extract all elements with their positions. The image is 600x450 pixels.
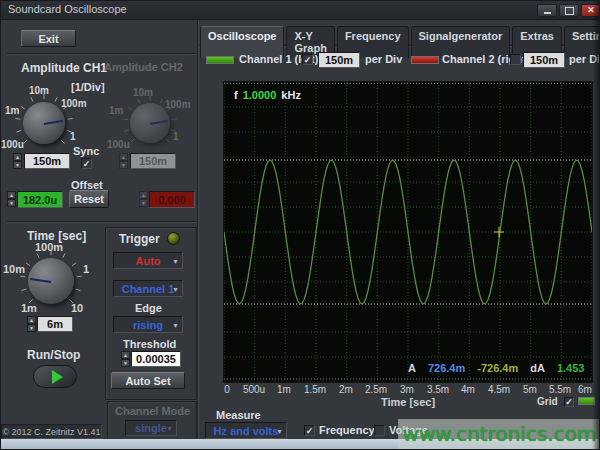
channel-2-div-value: 150m	[530, 54, 558, 66]
amplitude-max-value: 726.4m	[428, 362, 465, 374]
trigger-source-dropdown[interactable]: Channel 1 ▼	[113, 280, 183, 297]
check-icon: ✓	[306, 426, 314, 436]
amplitude-ch2-knob[interactable]	[130, 103, 170, 143]
per-div-label-1: per Div	[365, 53, 402, 65]
knob-pointer-icon	[44, 120, 63, 125]
watermark-text: www.cntronics.com	[403, 422, 597, 446]
x-tick-label: 4m	[461, 384, 475, 395]
dial-tick-label: 1	[70, 131, 76, 142]
dial-tick-label: 1m	[21, 302, 37, 314]
amplitude-ch1-value-field[interactable]: 150m	[24, 153, 70, 169]
x-tick-label: 5m	[523, 384, 537, 395]
auto-set-label: Auto Set	[125, 375, 170, 387]
grid-label: Grid	[537, 396, 558, 407]
exit-button[interactable]: Exit	[21, 30, 76, 47]
watermark-overlay: www.cntronics.com	[398, 419, 600, 449]
dial-tick-label: 1m	[109, 105, 123, 116]
threshold-label: Threshold	[123, 338, 176, 350]
dial-tick-label: 1m	[5, 105, 19, 116]
exit-button-label: Exit	[38, 33, 58, 45]
offset-reset-button[interactable]: Reset	[69, 190, 109, 208]
threshold-field[interactable]: 0.00035	[131, 351, 181, 367]
copyright-text: © 2012 C. Zeitnitz V1.41	[1, 424, 102, 439]
trigger-title: Trigger	[119, 232, 160, 246]
dial-tick-label: 10m	[29, 85, 49, 96]
play-icon	[52, 370, 63, 384]
dial-tick-label: 100m	[165, 99, 191, 110]
channel-1-div-checkbox[interactable]: ✓	[302, 54, 313, 65]
x-tick-label: 3.5m	[427, 384, 449, 395]
channel-1-div-field[interactable]: 150m	[318, 52, 360, 68]
offset-ch1-field[interactable]: 182.0u	[17, 191, 63, 208]
per-div-unit-label: [1/Div]	[71, 81, 105, 93]
offset-ch2-value: 0.000	[158, 194, 186, 206]
dial-tick-label: 100u	[1, 139, 24, 150]
time-spinner[interactable]: ▲▼	[27, 316, 36, 332]
dial-tick-label: 100m	[35, 241, 63, 253]
auto-set-button[interactable]: Auto Set	[111, 372, 185, 389]
freq-prefix: f	[234, 89, 238, 101]
dial-tick-label: 10m	[133, 87, 153, 98]
amplitude-ch2-spinner[interactable]: ▲▼	[119, 153, 128, 169]
x-tick-label: 5.5m	[549, 384, 571, 395]
measure-unit-dropdown[interactable]: Hz and volts ▼	[205, 422, 287, 439]
amplitude-ch1-knob[interactable]	[23, 102, 65, 144]
minimize-icon	[544, 12, 551, 14]
amplitude-ch1-spinner[interactable]: ▲▼	[13, 153, 22, 169]
measure-title: Measure	[216, 409, 261, 421]
frequency-readout: f 1.0000 kHz	[234, 89, 301, 101]
minimize-button[interactable]	[537, 4, 557, 17]
channel-mode-dropdown[interactable]: single ▼	[125, 420, 177, 436]
x-tick-label: 2.5m	[365, 384, 387, 395]
x-tick-label: 1m	[277, 384, 291, 395]
offset-ch2-spinner[interactable]: ▲▼	[139, 191, 148, 207]
grid-checkbox[interactable]: ✓	[564, 397, 574, 407]
sync-checkbox[interactable]: ✓	[81, 158, 92, 169]
dial-tick-label: 1	[83, 263, 89, 275]
reset-button-label: Reset	[74, 193, 104, 205]
trigger-edge-dropdown[interactable]: rising ▼	[113, 316, 183, 333]
dial-tick-label: 100u	[107, 139, 130, 150]
threshold-spinner[interactable]: ▲▼	[121, 351, 130, 367]
offset-ch2-field[interactable]: 0.000	[149, 191, 195, 208]
check-icon: ✓	[83, 159, 91, 169]
amplitude-ch2-value-field[interactable]: 150m	[130, 153, 176, 169]
amplitude-ch2-value: 150m	[139, 155, 167, 167]
offset-ch1-value: 182.0u	[23, 194, 57, 206]
x-tick-label: 0	[224, 384, 230, 395]
amplitude-ch1-value: 150m	[33, 155, 61, 167]
amplitude-min-value: -726.4m	[477, 362, 518, 374]
delta-amplitude-value: 1.453	[557, 362, 585, 374]
threshold-value: 0.00035	[136, 353, 176, 365]
title-bar[interactable]: Soundcard Oscilloscope ✕	[1, 1, 600, 20]
trigger-led-indicator	[167, 232, 180, 245]
scope-grid-and-trace	[224, 82, 592, 382]
dial-tick-label: 1	[173, 131, 179, 142]
chevron-down-icon: ▼	[166, 425, 173, 432]
frequency-checkbox[interactable]: ✓	[304, 425, 315, 436]
run-stop-toggle[interactable]	[33, 365, 77, 388]
measure-unit-value: Hz and volts	[214, 425, 279, 437]
channel-mode-value: single	[135, 422, 167, 434]
maximize-icon	[565, 7, 574, 15]
x-tick-label: 500u	[243, 384, 265, 395]
dial-tick-label: 100m	[61, 98, 87, 109]
trigger-mode-dropdown[interactable]: Auto ▼	[113, 252, 183, 269]
maximize-button[interactable]	[559, 4, 579, 17]
voltage-checkbox[interactable]	[374, 425, 385, 436]
chevron-down-icon: ▼	[276, 427, 283, 434]
time-value-field[interactable]: 6m	[37, 316, 73, 332]
channel-mode-title: Channel Mode	[115, 405, 190, 417]
channel-2-div-field[interactable]: 150m	[523, 52, 565, 68]
channel-2-div-checkbox[interactable]	[510, 54, 521, 65]
x-axis-title: Time [sec]	[368, 396, 448, 408]
app-window: Soundcard Oscilloscope ✕ Exit Amplitude …	[0, 0, 600, 450]
delta-amplitude-label: dA	[530, 362, 545, 374]
chevron-down-icon: ▼	[172, 285, 179, 292]
offset-ch1-spinner[interactable]: ▲▼	[7, 191, 16, 207]
dial-tick-label: 10m	[3, 263, 25, 275]
channel-2-color-swatch	[411, 56, 439, 64]
time-value: 6m	[47, 318, 63, 330]
scope-display[interactable]: f 1.0000 kHz A 726.4m -726.4m dA 1.453	[223, 81, 593, 383]
time-knob[interactable]	[28, 258, 74, 304]
